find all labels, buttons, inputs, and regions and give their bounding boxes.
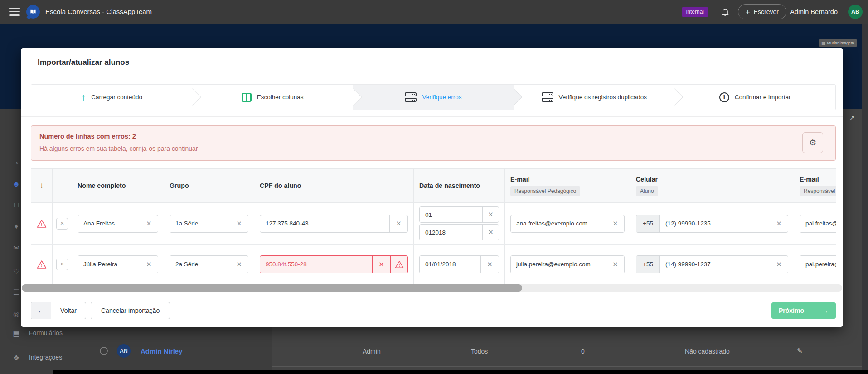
divider bbox=[21, 77, 843, 77]
user-menu[interactable]: Admin Bernardo bbox=[790, 0, 838, 24]
group-field[interactable] bbox=[170, 256, 230, 273]
name-field[interactable] bbox=[78, 215, 140, 232]
clear-icon[interactable]: ✕ bbox=[770, 215, 788, 232]
back-arrow-icon: ← bbox=[31, 302, 51, 319]
compose-label: Escrever bbox=[754, 8, 779, 15]
user-avatar[interactable]: AB bbox=[848, 5, 863, 19]
phone-field[interactable] bbox=[660, 256, 770, 273]
clear-icon[interactable]: ✕ bbox=[230, 256, 248, 273]
row-error-warning-icon bbox=[37, 260, 47, 269]
step-label: Escolher colunas bbox=[257, 94, 304, 101]
table-row: ✕ ✕ ✕ ✕ ✕ bbox=[31, 203, 836, 245]
email2-field[interactable] bbox=[800, 256, 836, 273]
clear-icon[interactable]: ✕ bbox=[372, 256, 390, 273]
next-button[interactable]: Próximo → bbox=[771, 302, 836, 319]
clear-icon[interactable]: ✕ bbox=[606, 215, 624, 232]
step-carregar-conteudo[interactable]: ↑ Carregar conteúdo bbox=[31, 85, 192, 110]
clear-icon[interactable]: ✕ bbox=[770, 256, 788, 273]
change-image-button[interactable]: ▤ Mudar imagem bbox=[819, 39, 857, 47]
messages-icon[interactable]: ✉ bbox=[11, 244, 22, 252]
header-email2-badge: Responsável Pe bbox=[800, 186, 836, 196]
cancel-import-button[interactable]: Cancelar importação bbox=[91, 302, 170, 319]
header-grupo: Grupo bbox=[170, 182, 248, 189]
settings-button[interactable]: ⚙ bbox=[802, 132, 823, 153]
error-banner: Número de linhas com erros: 2 Há alguns … bbox=[31, 125, 836, 161]
clear-icon[interactable]: ✕ bbox=[389, 215, 407, 232]
remove-row-button[interactable]: ✕ bbox=[56, 259, 68, 270]
clear-icon[interactable]: ✕ bbox=[482, 207, 499, 222]
devices-icon[interactable]: □ bbox=[11, 201, 22, 209]
clear-icon[interactable]: ✕ bbox=[480, 256, 499, 273]
user-link[interactable]: Admin Nirley bbox=[141, 347, 183, 355]
rows-icon bbox=[405, 92, 417, 102]
horizontal-scrollbar-thumb[interactable] bbox=[22, 284, 522, 292]
birth-day-field[interactable] bbox=[420, 207, 482, 222]
import-table: ↓ Nome completo Grupo CPF do aluno Data … bbox=[31, 168, 836, 284]
sidebar-item-formularios[interactable]: Formulários bbox=[29, 329, 63, 336]
step-confirmar-importar[interactable]: i Confirmar e importar bbox=[674, 85, 835, 110]
dashboard-icon[interactable]: ◔ bbox=[11, 159, 22, 168]
email-rp-field[interactable] bbox=[511, 256, 606, 273]
sort-arrow-down-icon: ↓ bbox=[40, 181, 44, 190]
table-header: ↓ Nome completo Grupo CPF do aluno Data … bbox=[31, 168, 836, 203]
row-divider bbox=[272, 366, 862, 367]
clear-icon[interactable]: ✕ bbox=[140, 256, 158, 273]
school-name[interactable]: Escola Conversas - ClassAppTeam bbox=[45, 0, 152, 24]
role-cell: Admin bbox=[363, 348, 381, 355]
classapp-logo[interactable] bbox=[26, 5, 40, 19]
email2-field[interactable] bbox=[800, 215, 836, 232]
rows-icon bbox=[542, 92, 553, 102]
change-image-label: Mudar imagem bbox=[827, 41, 854, 45]
next-arrow-icon: → bbox=[822, 307, 829, 314]
back-button[interactable]: ← Voltar bbox=[31, 302, 86, 319]
screen: ▤ Mudar imagem ↗ ◔ ☻ □ ♦ ✉ ♡ ☰ ◎ ▤ ❖ For… bbox=[0, 0, 868, 374]
menu-icon[interactable] bbox=[9, 8, 20, 18]
phone-field[interactable] bbox=[660, 215, 770, 232]
status-cell: Não cadastrado bbox=[685, 348, 730, 355]
step-verifique-duplicados[interactable]: Verifique os registros duplicados bbox=[514, 85, 674, 110]
forms-icon[interactable]: ▤ bbox=[11, 329, 22, 338]
import-students-modal: Importar/atualizar alunos ↑ Carregar con… bbox=[21, 48, 843, 327]
phone-prefix: +55 bbox=[636, 256, 660, 273]
book-icon bbox=[29, 9, 37, 15]
pencil-icon[interactable]: ✎ bbox=[797, 347, 803, 355]
courses-icon[interactable]: ♦ bbox=[11, 222, 22, 230]
access-icon[interactable]: ◎ bbox=[11, 310, 22, 318]
expand-icon[interactable]: ↗ bbox=[849, 114, 855, 121]
notifications-bell-icon[interactable] bbox=[720, 7, 730, 19]
email-rp-field[interactable] bbox=[511, 215, 606, 232]
people-icon[interactable]: ☻ bbox=[11, 180, 22, 188]
header-email-rp: E-mail bbox=[510, 176, 625, 183]
horizontal-scrollbar[interactable] bbox=[22, 284, 842, 292]
info-icon: i bbox=[719, 92, 729, 102]
lists-icon[interactable]: ☰ bbox=[11, 288, 22, 297]
clear-icon[interactable]: ✕ bbox=[230, 215, 248, 232]
birth-field[interactable] bbox=[420, 256, 480, 273]
row-checkbox[interactable] bbox=[100, 347, 108, 355]
birth-rest-field[interactable] bbox=[420, 225, 482, 240]
group-field[interactable] bbox=[170, 215, 230, 232]
stepper: ↑ Carregar conteúdo Escolher colunas Ver… bbox=[31, 84, 836, 110]
integrations-icon[interactable]: ❖ bbox=[11, 354, 22, 362]
wellbeing-icon[interactable]: ♡ bbox=[11, 267, 22, 276]
step-label: Verifique os registros duplicados bbox=[559, 94, 647, 101]
step-escolher-colunas[interactable]: Escolher colunas bbox=[192, 85, 353, 110]
sidebar-item-integracoes[interactable]: Integrações bbox=[29, 354, 62, 361]
cpf-field[interactable] bbox=[260, 215, 389, 232]
image-icon: ▤ bbox=[821, 41, 825, 45]
remove-row-button[interactable]: ✕ bbox=[56, 218, 68, 230]
clear-icon[interactable]: ✕ bbox=[482, 225, 499, 240]
internal-badge: internal bbox=[682, 7, 708, 17]
plus-icon: + bbox=[746, 8, 750, 16]
error-banner-title: Número de linhas com erros: 2 bbox=[39, 133, 136, 140]
step-verifique-erros[interactable]: Verifique erros bbox=[353, 85, 514, 110]
header-nome: Nome completo bbox=[78, 182, 158, 189]
step-label: Carregar conteúdo bbox=[91, 94, 142, 101]
cpf-field-error[interactable] bbox=[260, 256, 372, 273]
bottom-strip bbox=[53, 370, 868, 374]
compose-button[interactable]: + Escrever bbox=[738, 4, 786, 19]
clear-icon[interactable]: ✕ bbox=[606, 256, 624, 273]
clear-icon[interactable]: ✕ bbox=[140, 215, 158, 232]
name-field[interactable] bbox=[78, 256, 140, 273]
page-scrollbar[interactable] bbox=[862, 24, 868, 374]
